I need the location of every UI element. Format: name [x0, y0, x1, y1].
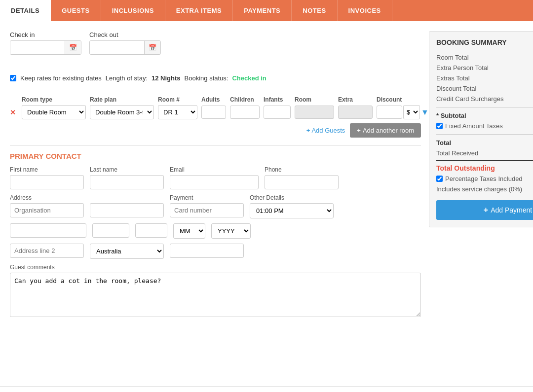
tab-payments[interactable]: PAYMENTS [233, 0, 292, 21]
tab-invoices[interactable]: INVOICES [338, 0, 392, 21]
fixed-tax-row: Fixed Amount Taxes $5.99 [436, 121, 533, 131]
col-room-num-label: Room # [158, 96, 197, 103]
discount-input[interactable]: 0.0 [377, 106, 402, 119]
pct-tax-row: Percentage Taxes Included $103.64 [436, 174, 533, 184]
phone-input[interactable]: +6411115678 [265, 175, 339, 189]
summary-row-subtotal: * Subtotal $1,140 [436, 110, 533, 121]
tab-inclusions[interactable]: INCLUSIONS [101, 0, 165, 21]
guest-comments-section: Guest comments Can you add a cot in the … [10, 264, 421, 319]
children-input[interactable]: 0 [230, 106, 260, 119]
payment-label: Payment [170, 194, 244, 201]
summary-row-total: Total $1,145.99 [436, 138, 533, 148]
col-rate-plan-label: Rate plan [90, 96, 154, 103]
adults-input[interactable]: 2 [201, 106, 226, 119]
booking-summary-panel: BOOKING SUMMARY Room Total $1,140 Extra … [429, 31, 533, 376]
room-actions: Add Guests Add another room [10, 123, 421, 138]
col-extra-label: Extra [338, 96, 373, 103]
col-children-label: Children [230, 96, 260, 103]
checkin-input[interactable]: 03 Apr 2018 [10, 41, 65, 54]
nights-value: 12 Nights [152, 74, 181, 82]
tab-extra-items[interactable]: EXTRA ITEMS [165, 0, 233, 21]
mm-select[interactable]: MM [173, 223, 205, 239]
contact-row-4: Australia Millie Brown [10, 244, 421, 259]
yyyy-select[interactable]: YYYY [211, 223, 251, 239]
first-name-label: First name [10, 166, 84, 173]
summary-row-extra-person: Extra Person Total $0 [436, 63, 533, 73]
fixed-tax-checkbox[interactable] [436, 123, 443, 129]
extra-price-field: $0 [338, 106, 373, 119]
street-input[interactable]: GF 88 Cumberland St [10, 223, 86, 238]
other-details-select[interactable]: 01:00 PM [250, 203, 334, 218]
guest-comments-textarea[interactable]: Can you add a cot in the room, please? [10, 273, 421, 317]
total-label: Total [436, 139, 451, 146]
city-spacer-label [90, 194, 164, 201]
surcharges-label: Credit Card Surcharges [436, 95, 504, 103]
phone-label: Phone [265, 166, 339, 173]
discount-type-select[interactable]: $ [403, 105, 420, 119]
discount-label: Discount Total [436, 85, 476, 92]
col-discount-label: Discount [377, 96, 421, 103]
tab-notes[interactable]: NOTES [292, 0, 337, 21]
extras-label: Extras Total [436, 74, 470, 82]
booking-status-value: Checked in [232, 74, 266, 82]
booking-summary-title: BOOKING SUMMARY [436, 38, 533, 46]
contact-row-1: First name Millie Last name Brown Email … [10, 166, 421, 189]
discount-info-icon[interactable]: ▼ [421, 108, 429, 117]
summary-row-discount: Discount Total $0 [436, 83, 533, 94]
add-room-button[interactable]: Add another room [350, 123, 421, 138]
state-input[interactable]: NSW [92, 223, 129, 238]
last-name-label: Last name [90, 166, 164, 173]
col-room-label: Room [295, 96, 334, 103]
contact-row-3: GF 88 Cumberland St NSW 2000 MM YYYY [10, 223, 421, 239]
city-input[interactable]: Sydney [90, 203, 164, 217]
keep-rates-label: Keep rates for existing dates [20, 74, 102, 82]
col-room-type-label: Room type [22, 96, 86, 103]
last-name-input[interactable]: Brown [90, 175, 164, 189]
other-details-label: Other Details [250, 194, 334, 201]
checkout-input[interactable]: 15 Apr 2018 [90, 41, 144, 54]
checkin-group: Check in 03 Apr 2018 📅 [10, 31, 81, 55]
rate-plan-select[interactable]: Double Room 3-f [90, 105, 154, 119]
card-name-input[interactable]: Millie Brown [170, 244, 244, 258]
fixed-tax-label: Fixed Amount Taxes [445, 122, 533, 130]
keep-rates-checkbox[interactable] [10, 75, 16, 81]
org-input[interactable] [10, 203, 84, 217]
guest-comments-label: Guest comments [10, 264, 421, 271]
room-number-select[interactable]: DR 1 [158, 105, 197, 119]
tab-details[interactable]: DETAILS [0, 0, 51, 21]
contact-row-2: Address Sydney Payment Other Details 01:… [10, 194, 421, 218]
checkin-calendar-icon[interactable]: 📅 [65, 41, 81, 54]
summary-row-service: Includes service charges (0%) $0 [436, 184, 533, 194]
room-type-select[interactable]: Double Room [22, 105, 86, 119]
addr2-input[interactable] [10, 244, 84, 258]
checkin-label: Check in [10, 31, 81, 38]
infants-input[interactable]: 0 [264, 106, 291, 119]
add-payment-button[interactable]: Add Payment [436, 200, 533, 220]
room-price-field: $1,140 [295, 106, 334, 119]
postcode-input[interactable]: 2000 [135, 223, 167, 238]
room-total-label: Room Total [436, 54, 469, 61]
address-label: Address [10, 194, 84, 201]
summary-row-outstanding: Total Outstanding $1,145.99 [436, 160, 533, 174]
extra-person-label: Extra Person Total [436, 64, 489, 71]
email-label: Email [170, 166, 259, 173]
country-select[interactable]: Australia [90, 244, 164, 259]
col-infants-label: Infants [264, 96, 291, 103]
email-input[interactable]: millie.eleven@email.com [170, 175, 259, 189]
date-section: Check in 03 Apr 2018 📅 Check out 15 Apr … [10, 31, 421, 82]
pct-tax-checkbox[interactable] [436, 176, 443, 182]
tab-guests[interactable]: GUESTS [51, 0, 101, 21]
checkout-group: Check out 15 Apr 2018 📅 [89, 31, 161, 55]
card-input[interactable] [170, 203, 244, 217]
remove-room-button[interactable]: ✕ [10, 108, 18, 116]
room-row: ✕ Double Room Double Room 3-f DR 1 2 0 0… [10, 105, 421, 119]
booking-status-label: Booking status: [185, 74, 228, 82]
checkout-calendar-icon[interactable]: 📅 [144, 41, 160, 54]
length-of-stay-label: Length of stay: [106, 74, 148, 82]
outstanding-label: Total Outstanding [436, 164, 495, 172]
first-name-input[interactable]: Millie [10, 175, 84, 189]
total-received-label: Total Received [436, 149, 478, 157]
subtotal-label: * Subtotal [436, 112, 466, 119]
add-guests-link[interactable]: Add Guests [306, 127, 345, 134]
pct-tax-label: Percentage Taxes Included [445, 175, 533, 182]
